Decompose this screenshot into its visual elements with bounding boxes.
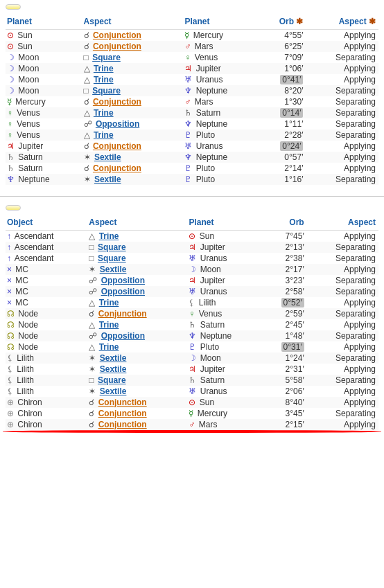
- aspect-cell[interactable]: △ Trine: [82, 63, 184, 74]
- planet2-cell: ⊙ Sun: [187, 397, 263, 408]
- aspect-link[interactable]: Trine: [94, 130, 114, 140]
- aspect-link[interactable]: Trine: [99, 231, 119, 241]
- aspect-cell[interactable]: ☌ Conjunction: [82, 41, 184, 52]
- aspect-cell[interactable]: ✶ Sextile: [87, 264, 187, 275]
- aspect-cell[interactable]: ☌ Conjunction: [82, 163, 184, 174]
- aspect-link[interactable]: Opposition: [101, 331, 145, 341]
- aspect-link[interactable]: Sextile: [100, 364, 127, 374]
- aspect-link[interactable]: Conjunction: [93, 97, 141, 107]
- aspect-link[interactable]: Trine: [99, 320, 119, 330]
- aspect-link[interactable]: Square: [92, 53, 121, 62]
- aspect-cell[interactable]: ☍ Opposition: [87, 286, 187, 297]
- aspect-cell[interactable]: ☍ Opposition: [87, 330, 187, 341]
- table-row: ☽ Moon □ Square ♀ Venus 7°09′ Separating: [6, 52, 378, 63]
- aspect-cell[interactable]: △ Trine: [82, 130, 184, 141]
- planet1-symbol: ☽: [7, 75, 15, 84]
- aspect-cell[interactable]: △ Trine: [87, 297, 187, 308]
- planet2-name: Uranus: [200, 386, 227, 396]
- planet2-cell: ♂ Mars: [187, 419, 263, 430]
- aspect-cell[interactable]: ✶ Sextile: [87, 364, 187, 375]
- aspect-link[interactable]: Opposition: [96, 119, 139, 129]
- planet1-name: Moon: [18, 64, 39, 73]
- planet1-name: Sun: [17, 42, 32, 51]
- aspect-link[interactable]: Trine: [99, 298, 119, 308]
- applying-cell: Separating: [307, 408, 378, 419]
- aspect-link[interactable]: Conjunction: [93, 163, 141, 173]
- aspect-cell[interactable]: □ Square: [87, 253, 187, 264]
- aspect-cell[interactable]: □ Square: [87, 242, 187, 253]
- aspect-link[interactable]: Conjunction: [98, 398, 147, 407]
- object1-symbol: ⊕: [7, 398, 14, 407]
- orb-cell: 0°24′: [260, 141, 306, 152]
- aspect-link[interactable]: Trine: [94, 64, 114, 73]
- aspect-cell[interactable]: △ Trine: [87, 319, 187, 330]
- aspect-cell[interactable]: ☌ Conjunction: [87, 419, 187, 430]
- orb-cell: 2°13′: [263, 242, 307, 253]
- red-circle-overlay: [3, 430, 381, 433]
- aspect-link[interactable]: Sextile: [100, 386, 127, 396]
- applying-cell: Applying: [306, 74, 378, 85]
- aspect-link[interactable]: Opposition: [101, 287, 145, 296]
- aspect-cell[interactable]: ☌ Conjunction: [82, 141, 184, 152]
- aspect-cell[interactable]: △ Trine: [82, 74, 184, 85]
- planet1-name: Venus: [17, 108, 40, 118]
- orb-cell: 1°16′: [260, 174, 306, 185]
- aspect-cell[interactable]: ✶ Sextile: [82, 174, 184, 185]
- applying-cell: Applying: [307, 397, 378, 408]
- planet2-cell: ♄ Saturn: [183, 107, 260, 118]
- main-aspects-label: [6, 4, 21, 10]
- aspect-link[interactable]: Square: [98, 253, 126, 263]
- aspect-cell[interactable]: ☌ Conjunction: [87, 308, 187, 319]
- aspect-link[interactable]: Conjunction: [98, 309, 147, 319]
- table-row: ☊ Node ☍ Opposition ♆ Neptune 1°48′ Sepa…: [6, 330, 378, 341]
- aspect-cell[interactable]: ☍ Opposition: [82, 118, 184, 130]
- aspect-link[interactable]: Conjunction: [93, 42, 141, 51]
- aspect-cell[interactable]: □ Square: [82, 85, 184, 96]
- aspect-cell[interactable]: ☌ Conjunction: [82, 30, 184, 42]
- aspect-link[interactable]: Conjunction: [93, 141, 141, 151]
- aspect-symbol: ☍: [89, 287, 97, 296]
- aspect-link[interactable]: Sextile: [94, 152, 121, 162]
- aspect-link[interactable]: Square: [92, 86, 121, 96]
- applying-cell: Separating: [307, 375, 378, 386]
- aspect-cell[interactable]: △ Trine: [87, 341, 187, 353]
- applying-cell: Applying: [306, 163, 378, 174]
- aspect-symbol: ✶: [84, 175, 91, 184]
- aspect-link[interactable]: Trine: [94, 75, 114, 84]
- planet2-cell: ⊙ Sun: [187, 231, 263, 242]
- aspect-link[interactable]: Square: [98, 375, 126, 385]
- object1-cell: ⊕ Chiron: [6, 408, 87, 419]
- aspect-cell[interactable]: ☌ Conjunction: [87, 408, 187, 419]
- aspect-cell[interactable]: ✶ Sextile: [87, 386, 187, 397]
- aspect-cell[interactable]: △ Trine: [87, 231, 187, 242]
- aspect-link[interactable]: Sextile: [100, 353, 127, 363]
- orb-value: 2°17′: [286, 265, 304, 274]
- planet1-name: Saturn: [18, 152, 42, 162]
- table-row: ♀ Venus △ Trine ♄ Saturn 0°14′ Separatin…: [6, 107, 378, 118]
- aspect-cell[interactable]: ✶ Sextile: [82, 152, 184, 163]
- aspect-cell[interactable]: ☍ Opposition: [87, 275, 187, 286]
- orb-value: 0°41′: [280, 75, 303, 84]
- aspect-link[interactable]: Conjunction: [98, 420, 147, 429]
- aspect-link[interactable]: Sextile: [94, 175, 121, 184]
- orb-cell: 2°17′: [263, 264, 307, 275]
- aspect-link[interactable]: Conjunction: [98, 409, 147, 418]
- table-row: ⚸ Lilith □ Square ♄ Saturn 5°58′ Separat…: [6, 375, 378, 386]
- aspect-cell[interactable]: □ Square: [87, 375, 187, 386]
- table-row: ⚸ Lilith ✶ Sextile ♃ Jupiter 2°31′ Apply…: [6, 364, 378, 375]
- aspect-cell[interactable]: ☌ Conjunction: [82, 96, 184, 107]
- aspect-cell[interactable]: ☌ Conjunction: [87, 397, 187, 408]
- aspect-cell[interactable]: △ Trine: [82, 107, 184, 118]
- aspect-link[interactable]: Opposition: [101, 276, 145, 285]
- object1-symbol: ↑: [7, 253, 11, 263]
- orb-cell: 2°28′: [260, 130, 306, 141]
- aspect-cell[interactable]: □ Square: [82, 52, 184, 63]
- aspect-link[interactable]: Sextile: [100, 265, 127, 274]
- aspect-cell[interactable]: ✶ Sextile: [87, 353, 187, 364]
- other-aspects-header: [6, 205, 378, 211]
- aspect-link[interactable]: Trine: [99, 342, 119, 352]
- aspect-symbol: □: [84, 86, 89, 96]
- aspect-link[interactable]: Square: [98, 242, 126, 252]
- aspect-link[interactable]: Trine: [94, 108, 114, 118]
- aspect-link[interactable]: Conjunction: [93, 30, 141, 40]
